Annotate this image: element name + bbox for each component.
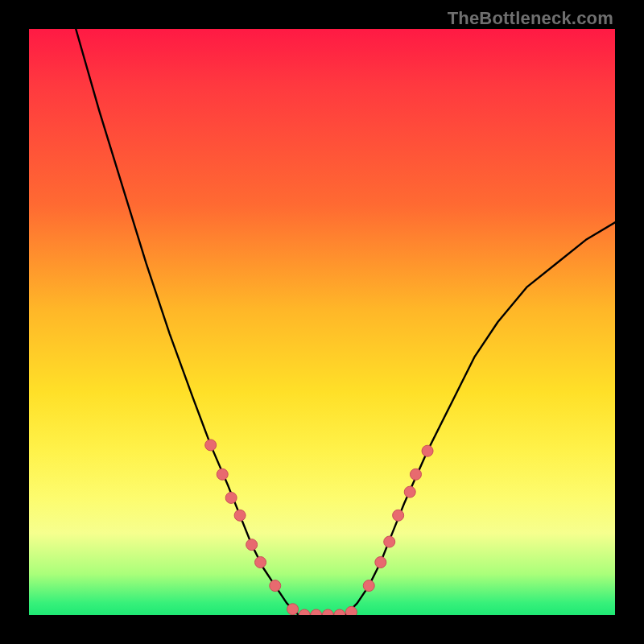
curve-path <box>76 29 615 615</box>
curve-marker <box>205 440 217 451</box>
chart-frame: TheBottleneck.com <box>0 0 644 644</box>
curve-marker <box>234 510 246 521</box>
curve-marker <box>345 606 357 615</box>
curve-marker <box>225 492 237 503</box>
curve-marker <box>299 609 310 615</box>
curve-marker <box>363 580 374 592</box>
curve-marker <box>311 609 322 615</box>
curve-marker <box>246 539 258 551</box>
curve-marker <box>384 536 395 547</box>
bottleneck-curve <box>29 29 615 615</box>
curve-marker <box>287 604 299 615</box>
curve-marker <box>217 469 228 480</box>
curve-marker <box>375 556 386 568</box>
curve-marker <box>422 445 433 456</box>
curve-marker <box>393 510 404 521</box>
curve-marker <box>270 580 281 592</box>
curve-marker <box>404 486 415 497</box>
curve-marker <box>334 609 345 615</box>
watermark-text: TheBottleneck.com <box>448 8 613 29</box>
curve-marker <box>410 469 421 480</box>
curve-marker <box>255 556 266 568</box>
plot-area <box>29 29 615 615</box>
curve-marker <box>322 609 333 615</box>
